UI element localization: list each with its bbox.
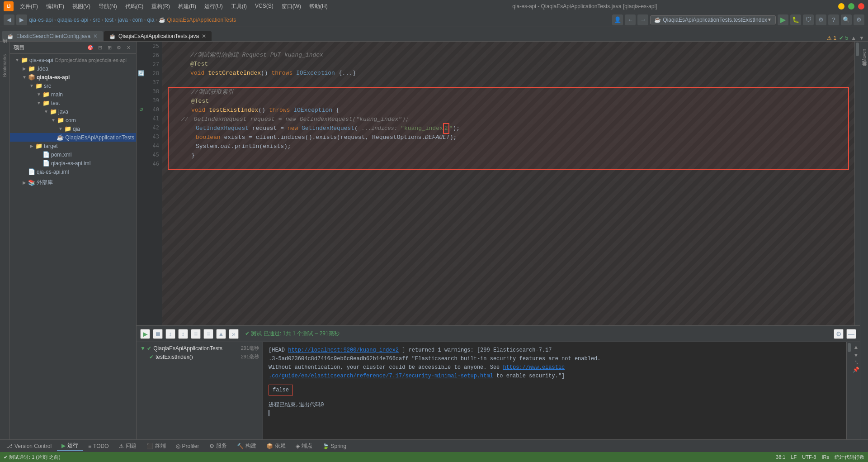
scroll-up-button[interactable]: ▲ xyxy=(216,329,226,339)
breadcrumb-com[interactable]: com xyxy=(132,17,143,23)
breadcrumb-src[interactable]: src xyxy=(93,17,100,23)
sidebar-expand-all[interactable]: ⊞ xyxy=(105,43,113,52)
tab-version-control[interactable]: ⎇ Version Control xyxy=(2,442,56,450)
tree-item-iml2[interactable]: ▶ 📄 qia-es-api.iml xyxy=(10,167,136,176)
breadcrumb-qia[interactable]: qia xyxy=(147,17,154,23)
menu-nav[interactable]: 导航(N) xyxy=(95,2,121,11)
sidebar-settings[interactable]: ⚙ xyxy=(115,43,123,52)
tab-terminal[interactable]: ⬛ 终端 xyxy=(142,441,170,451)
run-settings-button[interactable]: ⚙ xyxy=(834,329,844,339)
tab-services[interactable]: ⚙ 服务 xyxy=(205,441,231,451)
build-vars-label[interactable]: 构建变量 xyxy=(860,66,868,73)
tab-build[interactable]: 🔨 构建 xyxy=(232,441,261,451)
run-config-selector[interactable]: ☕ QiaqiaEsApiApplicationTests.testExistI… xyxy=(650,15,776,24)
menu-window[interactable]: 窗口(W) xyxy=(278,2,305,11)
align-left-button[interactable]: ≡ xyxy=(191,329,201,339)
structure-label[interactable]: 结构 xyxy=(1,43,9,51)
expand-icon[interactable]: ▼ xyxy=(859,35,864,41)
tree-item-pom[interactable]: ▶ 📄 pom.xml xyxy=(10,150,136,159)
tab-deps[interactable]: 📦 依赖 xyxy=(262,441,290,451)
tree-item-apptest[interactable]: ▶ ☕ QiaqiaEsApiApplicationTests xyxy=(10,133,136,142)
tab-elastic-config[interactable]: ☕ ElasticSearchClientConfig.java ✕ xyxy=(2,31,103,41)
maven-label[interactable]: Maven xyxy=(861,45,868,66)
sidebar-locate-button[interactable]: 🎯 xyxy=(86,43,94,52)
tab-elastic-close[interactable]: ✕ xyxy=(93,33,98,39)
more-actions-button[interactable]: » xyxy=(229,329,239,339)
more-settings-button[interactable]: ⚙ xyxy=(854,14,864,25)
settings-button[interactable]: ⚙ xyxy=(816,14,826,25)
breadcrumb-java[interactable]: java xyxy=(118,17,128,23)
close-button[interactable]: ✕ xyxy=(858,3,864,10)
output-link-1[interactable]: http://localhost:9200/kuang_index2 xyxy=(288,347,399,353)
run-button[interactable]: ▶ xyxy=(778,14,788,25)
sort-desc-button[interactable]: ↕ xyxy=(178,329,188,339)
tree-item-qia[interactable]: ▼ 📁 qia xyxy=(10,124,136,133)
run-play-button[interactable]: ▶ xyxy=(140,329,150,339)
align-center-button[interactable]: ≡ xyxy=(203,329,213,339)
tree-item-main[interactable]: ▼ 📁 main xyxy=(10,90,136,99)
scroll-to-top-icon[interactable]: ▲ xyxy=(854,344,859,350)
tab-run[interactable]: ▶ 运行 xyxy=(57,441,83,451)
nav-back-button[interactable]: ◀ xyxy=(4,14,14,25)
tree-item-qiaqia[interactable]: ▼ 📦 qiaqia-es-api xyxy=(10,73,136,81)
output-link-2[interactable]: https://www.elastic xyxy=(503,364,565,371)
code-content[interactable]: //测试索引的创建 Request PUT kuang_index @Test … xyxy=(162,42,854,325)
editor-scrollbar[interactable] xyxy=(854,42,860,325)
search-button[interactable]: 🔍 xyxy=(841,14,852,25)
menu-file[interactable]: 文件(E) xyxy=(16,2,42,11)
nav-arrows-left[interactable]: ← xyxy=(625,14,636,25)
output-link-3[interactable]: .co/guide/en/elasticsearch/reference/7.1… xyxy=(269,373,493,379)
sidebar-close[interactable]: ✕ xyxy=(124,43,132,52)
collapse-icon[interactable]: ▲ xyxy=(851,35,856,41)
sidebar-collapse-all[interactable]: ⊟ xyxy=(96,43,104,52)
nav-arrows-right[interactable]: → xyxy=(637,14,648,25)
run-tree-item-class[interactable]: ▼ ✔ QiaqiaEsApiApplicationTests 291毫秒 xyxy=(138,344,261,352)
breadcrumb-current[interactable]: ☕ QiaqiaEsApiApplicationTests xyxy=(159,17,236,23)
menu-view[interactable]: 视图(V) xyxy=(69,2,94,11)
scroll-to-bottom-icon[interactable]: ▼ xyxy=(854,352,859,358)
run-output-scrollbar[interactable] xyxy=(846,342,852,452)
maximize-button[interactable]: □ xyxy=(848,3,854,10)
tree-item-com[interactable]: ▼ 📁 com xyxy=(10,116,136,124)
menu-build[interactable]: 构建(B) xyxy=(175,2,200,11)
tree-item-iml1[interactable]: ▶ 📄 qiaqia-es-api.iml xyxy=(10,159,136,167)
menu-edit[interactable]: 编辑(E) xyxy=(42,2,68,11)
breadcrumb-test[interactable]: test xyxy=(104,17,113,23)
breadcrumb-qia-es-api[interactable]: qia-es-api xyxy=(29,17,53,23)
tree-item-target[interactable]: ▶ 📁 target xyxy=(10,142,136,150)
run-close-button[interactable]: — xyxy=(846,329,856,339)
menu-run[interactable]: 运行(U) xyxy=(201,2,226,11)
tree-item-java[interactable]: ▼ 📁 java xyxy=(10,107,136,116)
nav-forward-button[interactable]: ▶ xyxy=(16,14,27,25)
coverage-button[interactable]: 🛡 xyxy=(803,14,814,25)
tab-qiaqia-close[interactable]: ✕ xyxy=(202,33,206,39)
tree-item-extlib[interactable]: ▶ 📚 外部库 xyxy=(10,178,136,187)
tab-endpoints[interactable]: ◈ 端点 xyxy=(291,441,317,451)
tab-qiaqia-tests[interactable]: ☕ QiaqiaEsApiApplicationTests.java ✕ xyxy=(104,31,212,41)
tree-item-root[interactable]: ▼ 📁 qia-es-api D:\project\idea project\q… xyxy=(10,56,136,64)
run-tree-item-method[interactable]: ✔ testExistIndex() 291毫秒 xyxy=(138,352,261,361)
menu-tools[interactable]: 工具(I) xyxy=(227,2,250,11)
tree-item-test[interactable]: ▼ 📁 test xyxy=(10,99,136,107)
tree-item-idea[interactable]: ▶ 📁 .idea xyxy=(10,64,136,73)
tab-problems[interactable]: ⚠ 问题 xyxy=(114,441,141,451)
tab-spring[interactable]: 🍃 Spring xyxy=(318,442,351,450)
sort-asc-button[interactable]: ↕ xyxy=(165,329,175,339)
soft-wrap-icon[interactable]: ⇌ xyxy=(853,360,859,365)
menu-code[interactable]: 代码(C) xyxy=(122,2,147,11)
menu-help[interactable]: 帮助(H) xyxy=(306,2,331,11)
menu-vcs[interactable]: VCS(S) xyxy=(251,2,277,11)
minimize-button[interactable]: — xyxy=(838,3,844,10)
debug-button[interactable]: 🐛 xyxy=(790,14,801,25)
run-stop-button[interactable]: ⏹ xyxy=(153,329,163,339)
vcs-button[interactable]: 👤 xyxy=(612,14,623,25)
menu-refactor[interactable]: 重构(R) xyxy=(148,2,174,11)
tab-todo[interactable]: ≡ TODO xyxy=(84,442,113,450)
sdk-button[interactable]: ? xyxy=(828,14,839,25)
tree-label-src: src xyxy=(44,83,51,89)
pin-icon[interactable]: 📌 xyxy=(853,367,859,373)
tree-item-src[interactable]: ▼ 📁 src xyxy=(10,81,136,90)
breadcrumb-qiaqia-es-api[interactable]: qiaqia-es-api xyxy=(57,17,89,23)
bookmark-label[interactable]: Bookmarks xyxy=(1,51,8,81)
tab-profiler[interactable]: ◎ Profiler xyxy=(171,442,204,450)
